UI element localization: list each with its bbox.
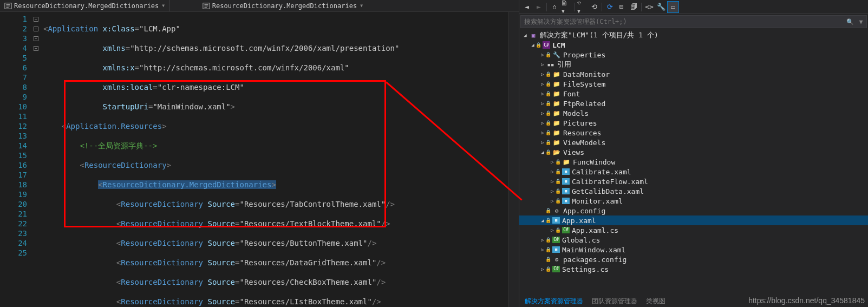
references-node[interactable]: ▷▪▪引用 <box>519 60 868 69</box>
refresh-button[interactable]: ⟳ <box>604 2 615 12</box>
cs-file[interactable]: ▷🔒C#Global.cs <box>519 235 868 245</box>
folder-icon: 📁 <box>552 138 561 147</box>
properties-node[interactable]: ▷🔒🔧Properties <box>519 50 868 60</box>
xaml-icon: ▦ <box>562 178 570 185</box>
tab-solution-explorer[interactable]: 解决方案资源管理器 <box>521 296 586 307</box>
cs-icon: C# <box>552 237 560 243</box>
back-button[interactable]: ◄ <box>521 2 532 12</box>
search-icon[interactable]: 🔍 <box>845 18 856 25</box>
xaml-icon: ▦ <box>562 168 570 175</box>
config-icon: ⚙ <box>552 255 561 264</box>
nav-crumb-2[interactable]: ResourceDictionary.MergedDictionaries ▼ <box>198 2 367 10</box>
editor-pane: ResourceDictionary.MergedDictionaries ▼ … <box>0 0 519 307</box>
cs-file[interactable]: ▷🔒C#Settings.cs <box>519 264 868 274</box>
nav-crumb-1[interactable]: ResourceDictionary.MergedDictionaries ▼ <box>0 2 169 10</box>
references-icon: ▪▪ <box>546 60 555 69</box>
folder-icon: 📁 <box>562 158 571 166</box>
cs-icon: C# <box>562 227 570 233</box>
folder-node[interactable]: ▷🔒📁DataMonitor <box>519 69 868 79</box>
solution-explorer: ◄ ► ⌂ 🗎▾ ᯤ▾ ⟲ ⟳ ⊟ 🗐 <> 🔧 ▭ 🔍 ▼ ◢▣解决方案"LC… <box>519 0 868 307</box>
folder-node[interactable]: ▷🔒📁Models <box>519 108 868 118</box>
xaml-icon: ▦ <box>562 188 570 194</box>
project-node[interactable]: ◢🔒C#LCM <box>519 40 868 50</box>
solution-node[interactable]: ◢▣解决方案"LCM"(1 个项目/共 1 个) <box>519 30 868 40</box>
solution-icon: ▣ <box>529 31 538 40</box>
forward-button[interactable]: ► <box>533 2 544 12</box>
xaml-icon: ▦ <box>552 217 560 224</box>
folder-icon: 📁 <box>552 109 561 117</box>
folder-icon: 📁 <box>552 119 561 127</box>
lock-icon: 🔒 <box>545 237 551 243</box>
lock-icon: 🔒 <box>555 159 561 165</box>
tab-class-view[interactable]: 类视图 <box>643 296 669 307</box>
pending-changes-button[interactable]: ᯤ▾ <box>577 2 588 12</box>
xaml-icon: ▦ <box>552 246 560 253</box>
folder-icon: 📁 <box>552 89 561 98</box>
code-body[interactable]: 1234567891011121314151617181920212223242… <box>0 12 519 307</box>
lock-icon: 🔒 <box>545 149 551 155</box>
chevron-down-icon: ▼ <box>162 3 165 8</box>
search-box[interactable]: 🔍 ▼ <box>520 15 867 28</box>
line-number-gutter: 1234567891011121314151617181920212223242… <box>0 12 34 307</box>
folder-node[interactable]: ▷🔒📁Pictures <box>519 118 868 128</box>
folder-icon: 📁 <box>552 70 561 79</box>
chevron-down-icon[interactable]: ▼ <box>856 18 866 25</box>
properties-button[interactable]: 🔧 <box>656 2 667 12</box>
view-code-button[interactable]: <> <box>644 2 655 12</box>
xaml-file[interactable]: ▷🔒▦Monitor.xaml <box>519 196 868 206</box>
nav-crumb-1-label: ResourceDictionary.MergedDictionaries <box>14 2 159 10</box>
lock-icon: 🔒 <box>545 130 551 135</box>
lock-icon: 🔒 <box>555 198 561 204</box>
xaml-element-icon <box>4 2 12 10</box>
lock-icon: 🔒 <box>545 52 551 57</box>
search-input[interactable] <box>521 18 845 25</box>
fold-gutter[interactable]: − − − − <box>34 12 43 307</box>
lock-icon: 🔒 <box>545 266 551 272</box>
folder-icon: 📁 <box>552 80 561 88</box>
folder-icon: 📂 <box>552 148 561 156</box>
folder-node[interactable]: ▷🔒📁ViewModels <box>519 138 868 147</box>
folder-icon: 📁 <box>552 99 561 108</box>
folder-icon: 📁 <box>552 128 561 137</box>
xaml-file[interactable]: ▷🔒▦Calibrate.xaml <box>519 167 868 177</box>
config-file[interactable]: ▷🔒⚙App.config <box>519 206 868 215</box>
folder-node[interactable]: ▷🔒📁Font <box>519 89 868 99</box>
editor-nav-bar: ResourceDictionary.MergedDictionaries ▼ … <box>0 0 519 12</box>
scrollbar[interactable] <box>508 12 519 307</box>
folder-node[interactable]: ▷🔒📁Resources <box>519 128 868 138</box>
solution-tree[interactable]: ◢▣解决方案"LCM"(1 个项目/共 1 个) ◢🔒C#LCM ▷🔒🔧Prop… <box>519 29 868 295</box>
lock-icon: 🔒 <box>545 247 551 252</box>
lock-icon: 🔒 <box>555 188 561 194</box>
solution-toolbar: ◄ ► ⌂ 🗎▾ ᯤ▾ ⟲ ⟳ ⊟ 🗐 <> 🔧 ▭ <box>519 0 868 14</box>
sync-button[interactable]: ⟲ <box>589 2 599 12</box>
xaml-file[interactable]: ▷🔒▦MainWindow.xaml <box>519 245 868 254</box>
tab-team-explorer[interactable]: 团队资源管理器 <box>589 296 641 307</box>
app-xaml-file[interactable]: ◢🔒▦App.xaml <box>519 215 868 225</box>
cs-file[interactable]: ▷🔒C#App.xaml.cs <box>519 225 868 235</box>
code-text[interactable]: <Application x:Class="LCM.App" xmlns="ht… <box>43 12 508 307</box>
lock-icon: 🔒 <box>545 140 551 145</box>
lock-icon: 🔒 <box>545 257 551 262</box>
config-file[interactable]: ▷🔒⚙packages.config <box>519 254 868 264</box>
nav-crumb-2-label: ResourceDictionary.MergedDictionaries <box>212 2 357 10</box>
lock-icon: 🔒 <box>536 42 541 48</box>
config-icon: ⚙ <box>552 206 561 215</box>
lock-icon: 🔒 <box>555 169 561 174</box>
lock-icon: 🔒 <box>545 120 551 126</box>
folder-node[interactable]: ▷🔒📁FtpRelated <box>519 99 868 108</box>
folder-node[interactable]: ▷🔒📁FileSystem <box>519 79 868 89</box>
lock-icon: 🔒 <box>545 81 551 87</box>
xaml-file[interactable]: ▷🔒▦GetCalibData.xaml <box>519 186 868 196</box>
cs-icon: C# <box>552 266 560 272</box>
folder-node[interactable]: ▷🔒📁FuncWindow <box>519 157 868 167</box>
xaml-file[interactable]: ▷🔒▦CalibrateFlow.xaml <box>519 177 868 186</box>
switch-view-button[interactable]: 🗎▾ <box>561 2 572 12</box>
lock-icon: 🔒 <box>545 208 551 213</box>
show-all-files-button[interactable]: 🗐 <box>628 2 639 12</box>
collapse-all-button[interactable]: ⊟ <box>616 2 627 12</box>
preview-button[interactable]: ▭ <box>668 2 678 12</box>
views-folder[interactable]: ◢🔒📂Views <box>519 147 868 157</box>
home-button[interactable]: ⌂ <box>549 2 560 12</box>
lock-icon: 🔒 <box>555 179 561 184</box>
wrench-icon: 🔧 <box>552 50 561 59</box>
